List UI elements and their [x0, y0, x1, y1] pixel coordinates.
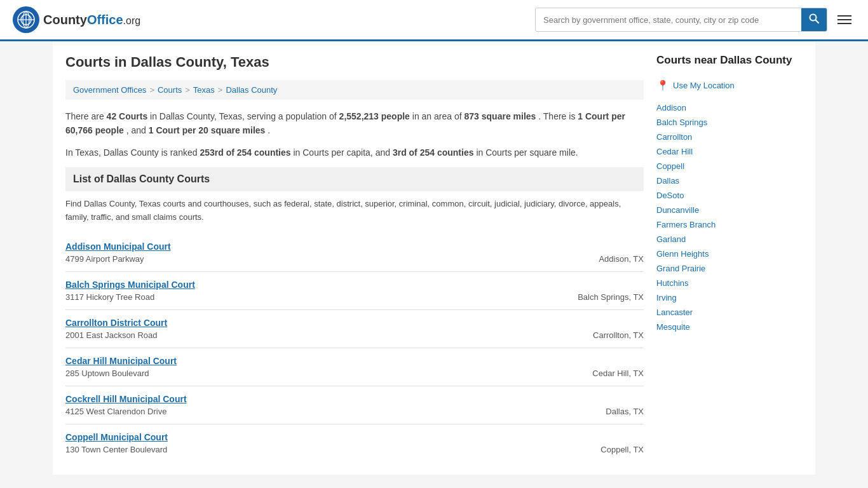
breadcrumb-courts[interactable]: Courts [158, 85, 182, 95]
court-city: Cedar Hill, TX [548, 369, 644, 378]
logo-area: CountyOffice.org [13, 6, 140, 33]
sidebar-city-link[interactable]: Lancaster [656, 305, 803, 320]
search-button[interactable] [801, 8, 827, 31]
rank1: 253rd of 254 counties [200, 147, 290, 158]
description-line2: In Texas, Dallas County is ranked 253rd … [65, 146, 644, 159]
court-address: 3117 Hickory Tree Road [65, 292, 154, 302]
desc-rank-prefix: In Texas, Dallas County is ranked [65, 147, 200, 158]
logo-text: CountyOffice.org [43, 13, 140, 27]
sidebar-city-link[interactable]: Grand Prairie [656, 261, 803, 276]
menu-line [837, 15, 851, 17]
sidebar-city-link[interactable]: Hutchins [656, 276, 803, 290]
court-details: 3117 Hickory Tree Road Balch Springs, TX [65, 292, 644, 302]
area: 873 square miles [465, 111, 536, 121]
court-city: Balch Springs, TX [548, 292, 644, 302]
court-details: 285 Uptown Boulevard Cedar Hill, TX [65, 369, 644, 378]
sidebar-city-link[interactable]: Garland [656, 232, 803, 247]
sidebar-heading: Courts near Dallas County [656, 54, 803, 70]
court-item: Addison Municipal Court 4799 Airport Par… [65, 234, 644, 271]
population: 2,552,213 people [339, 111, 410, 121]
court-address: 2001 East Jackson Road [65, 330, 158, 340]
sidebar-city-link[interactable]: Farmers Branch [656, 217, 803, 232]
logo-icon [13, 6, 39, 33]
breadcrumb-dallas-county[interactable]: Dallas County [226, 85, 277, 95]
breadcrumb-gov-offices[interactable]: Government Offices [73, 85, 146, 95]
sidebar-city-link[interactable]: DeSoto [656, 188, 803, 203]
court-city: Addison, TX [548, 254, 644, 264]
court-address: 130 Town Center Boulevard [65, 445, 167, 454]
sidebar-city-link[interactable]: Balch Springs [656, 115, 803, 130]
sidebar-city-link[interactable]: Coppell [656, 159, 803, 173]
court-name[interactable]: Balch Springs Municipal Court [65, 280, 195, 290]
svg-line-6 [816, 20, 819, 24]
find-text: Find Dallas County, Texas courts and cou… [65, 198, 644, 224]
sidebar-city-link[interactable]: Cedar Hill [656, 144, 803, 159]
court-details: 130 Town Center Boulevard Coppell, TX [65, 445, 644, 454]
main-container: Courts in Dallas County, Texas Governmen… [53, 41, 815, 475]
per-sqmi: 1 Court per 20 square miles [149, 125, 266, 135]
desc-suffix: . There is [538, 111, 578, 121]
sidebar-city-link[interactable]: Dallas [656, 173, 803, 188]
menu-button[interactable] [834, 11, 855, 28]
breadcrumb-sep: > [218, 85, 223, 95]
sidebar-links: AddisonBalch SpringsCarrolltonCedar Hill… [656, 100, 803, 334]
court-item: Coppell Municipal Court 130 Town Center … [65, 424, 644, 462]
description-line1: There are 42 Courts in Dallas County, Te… [65, 109, 644, 138]
court-name[interactable]: Carrollton District Court [65, 318, 167, 328]
rank2: 3rd of 254 counties [393, 147, 474, 158]
desc-rank-middle: in Courts per capita, and [293, 147, 392, 158]
header-controls [535, 8, 855, 32]
court-city: Carrollton, TX [548, 330, 644, 340]
court-item: Carrollton District Court 2001 East Jack… [65, 309, 644, 348]
sidebar-city-link[interactable]: Carrollton [656, 130, 803, 144]
court-address: 285 Uptown Boulevard [65, 369, 149, 378]
sidebar-city-link[interactable]: Duncanville [656, 203, 803, 217]
court-details: 4125 West Clarendon Drive Dallas, TX [65, 407, 644, 416]
desc-rank-suffix: in Courts per square mile. [476, 147, 578, 158]
use-location-link[interactable]: 📍 Use My Location [656, 79, 803, 92]
breadcrumb: Government Offices > Courts > Texas > Da… [65, 80, 644, 100]
courts-list: Addison Municipal Court 4799 Airport Par… [65, 234, 644, 462]
site-header: CountyOffice.org [0, 0, 868, 41]
search-input[interactable] [536, 10, 801, 30]
court-city: Coppell, TX [548, 445, 644, 454]
page-title: Courts in Dallas County, Texas [65, 54, 644, 71]
court-address: 4799 Airport Parkway [65, 254, 144, 264]
desc-area-prefix: in an area of [412, 111, 465, 121]
menu-line [837, 23, 851, 24]
court-item: Cockrell Hill Municipal Court 4125 West … [65, 386, 644, 424]
breadcrumb-texas[interactable]: Texas [193, 85, 215, 95]
menu-line [837, 19, 851, 20]
location-pin-icon: 📍 [656, 79, 669, 92]
sidebar-city-link[interactable]: Glenn Heights [656, 247, 803, 261]
desc-period: . [268, 125, 270, 135]
court-item: Cedar Hill Municipal Court 285 Uptown Bo… [65, 348, 644, 386]
court-name[interactable]: Addison Municipal Court [65, 241, 171, 252]
desc-and: , and [126, 125, 149, 135]
court-details: 4799 Airport Parkway Addison, TX [65, 254, 644, 264]
breadcrumb-sep: > [149, 85, 154, 95]
sidebar: Courts near Dallas County 📍 Use My Locat… [656, 54, 803, 462]
sidebar-city-link[interactable]: Mesquite [656, 320, 803, 334]
court-item: Balch Springs Municipal Court 3117 Hicko… [65, 271, 644, 309]
use-location-label: Use My Location [673, 81, 735, 90]
sidebar-city-link[interactable]: Irving [656, 290, 803, 305]
court-address: 4125 West Clarendon Drive [65, 407, 166, 416]
courts-count: 42 Courts [107, 111, 148, 121]
content-area: Courts in Dallas County, Texas Governmen… [65, 54, 644, 462]
desc-middle1: in Dallas County, Texas, serving a popul… [150, 111, 339, 121]
court-name[interactable]: Coppell Municipal Court [65, 432, 168, 442]
breadcrumb-sep: > [185, 85, 190, 95]
court-city: Dallas, TX [548, 407, 644, 416]
court-name[interactable]: Cockrell Hill Municipal Court [65, 394, 187, 404]
court-details: 2001 East Jackson Road Carrollton, TX [65, 330, 644, 340]
search-bar [535, 8, 827, 32]
court-name[interactable]: Cedar Hill Municipal Court [65, 356, 177, 366]
sidebar-city-link[interactable]: Addison [656, 100, 803, 115]
list-section-heading: List of Dallas County Courts [65, 167, 644, 191]
